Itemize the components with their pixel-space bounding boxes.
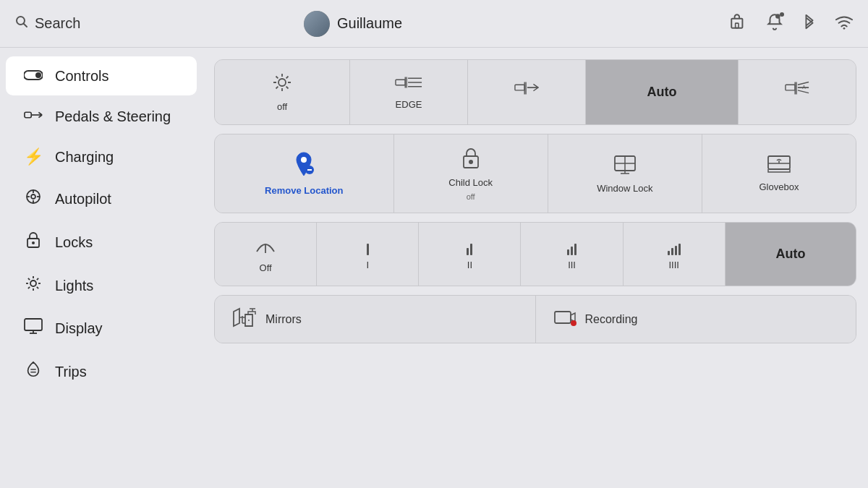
wiper-auto-label: Auto <box>775 247 805 262</box>
remove-location-label: Remove Location <box>265 185 343 197</box>
wifi-icon[interactable] <box>835 14 854 34</box>
glovebox-icon <box>767 155 791 177</box>
sidebar-item-display[interactable]: Display <box>6 308 197 348</box>
svg-line-1 <box>24 24 27 27</box>
wiper-3-cell[interactable]: III <box>521 223 623 286</box>
wiper-auto-cell[interactable]: Auto <box>726 223 856 286</box>
wiper-3-label: III <box>568 260 576 271</box>
sidebar-item-display-label: Display <box>55 320 103 337</box>
sidebar-item-autopilot[interactable]: Autopilot <box>6 178 197 220</box>
sidebar-item-locks-label: Locks <box>55 234 93 251</box>
svg-line-26 <box>37 287 38 288</box>
svg-point-34 <box>278 79 286 86</box>
sidebar-item-locks[interactable]: Locks <box>6 221 197 263</box>
svg-line-42 <box>276 87 278 89</box>
svg-point-13 <box>31 194 35 199</box>
sidebar-item-lights[interactable]: Lights <box>6 265 197 307</box>
autopilot-icon <box>23 188 43 210</box>
lock-icon <box>23 231 43 253</box>
svg-point-60 <box>301 157 307 163</box>
username: Guillaume <box>337 15 402 32</box>
sidebar-item-pedals[interactable]: Pedals & Steering <box>6 97 197 136</box>
child-lock-label: Child Lock <box>448 177 493 189</box>
display-icon <box>23 318 43 338</box>
svg-line-28 <box>28 287 30 288</box>
svg-line-58 <box>798 90 809 93</box>
wiper-off-cell[interactable]: Off <box>215 223 317 286</box>
svg-point-64 <box>469 160 473 164</box>
recording-label: Recording <box>585 312 638 326</box>
edge-cell[interactable]: EDGE <box>350 60 468 124</box>
sidebar-item-lights-label: Lights <box>55 278 93 294</box>
wiper-4-label: IIII <box>668 260 678 271</box>
window-lock-cell[interactable]: Window Lock <box>548 134 702 213</box>
window-lock-icon <box>613 153 637 179</box>
sidebar-item-controls[interactable]: Controls <box>6 56 197 95</box>
svg-rect-43 <box>396 80 405 85</box>
main: Controls Pedals & Steering ⚡ Charging <box>0 48 868 488</box>
search-area[interactable]: Search <box>14 14 159 33</box>
sidebar-item-autopilot-label: Autopilot <box>55 191 111 207</box>
mirrors-row: Mirrors Recording <box>214 295 856 343</box>
wiper-4-bar <box>668 238 681 255</box>
child-lock-icon <box>461 146 481 173</box>
svg-rect-8 <box>25 112 31 117</box>
svg-rect-80 <box>555 312 571 323</box>
wiper-4-cell[interactable]: IIII <box>624 223 726 286</box>
search-icon <box>14 14 29 33</box>
svg-line-27 <box>37 278 38 280</box>
beam-auto-cell[interactable]: A <box>739 60 856 124</box>
content-area: off EDGE <box>203 48 868 488</box>
svg-text:A: A <box>802 85 806 90</box>
svg-line-39 <box>276 77 278 79</box>
svg-line-41 <box>286 77 289 79</box>
recording-cell[interactable]: Recording <box>536 296 856 343</box>
lights-icon <box>23 275 43 296</box>
edge-icon <box>395 74 422 95</box>
sidebar-item-charging-label: Charging <box>55 149 114 166</box>
sidebar-item-trips-label: Trips <box>55 364 87 380</box>
auto-lights-cell[interactable]: Auto <box>586 60 739 124</box>
brightness-off-cell[interactable]: off <box>215 60 350 124</box>
svg-line-25 <box>28 278 30 280</box>
wiper-off-icon <box>254 234 277 258</box>
sidebar-item-charging[interactable]: ⚡ Charging <box>6 137 197 176</box>
recording-icon <box>553 307 576 331</box>
remove-location-cell[interactable]: Remove Location <box>215 134 394 213</box>
edge-label: EDGE <box>396 99 422 111</box>
svg-point-19 <box>32 241 35 244</box>
beam-d-icon <box>514 79 539 101</box>
wiper-1-cell[interactable]: I <box>317 223 419 286</box>
wiper-3-bar <box>567 238 576 255</box>
svg-point-81 <box>571 320 576 326</box>
svg-rect-49 <box>515 85 524 90</box>
wipers-row: Off I II II <box>214 222 856 286</box>
charging-icon: ⚡ <box>23 147 43 166</box>
child-lock-cell[interactable]: Child Lock off <box>394 134 548 213</box>
glovebox-cell[interactable]: Glovebox <box>702 134 856 213</box>
svg-point-7 <box>35 72 41 78</box>
wiper-off-label: Off <box>260 262 272 274</box>
trips-icon <box>23 360 43 383</box>
child-lock-sublabel: off <box>467 192 475 201</box>
home-icon[interactable] <box>729 12 748 35</box>
header-icons <box>729 12 854 35</box>
sidebar-item-controls-label: Controls <box>55 68 109 85</box>
beam-d-cell[interactable] <box>468 60 586 124</box>
lighting-row: off EDGE <box>214 59 856 125</box>
bluetooth-icon[interactable] <box>801 12 817 35</box>
wiper-2-cell[interactable]: II <box>419 223 521 286</box>
brightness-label: off <box>277 101 287 113</box>
brightness-icon <box>271 72 293 97</box>
mirrors-cell[interactable]: Mirrors <box>215 296 536 343</box>
window-lock-label: Window Lock <box>597 183 652 194</box>
steering-icon <box>23 107 43 126</box>
sidebar-item-trips[interactable]: Trips <box>6 350 197 393</box>
svg-point-4 <box>775 14 780 19</box>
wiper-2-label: II <box>467 260 472 271</box>
bell-icon[interactable] <box>765 12 784 35</box>
mirrors-icon <box>232 307 257 331</box>
svg-line-40 <box>286 87 289 89</box>
auto-lights-label: Auto <box>647 85 676 100</box>
wiper-1-label: I <box>366 260 369 271</box>
